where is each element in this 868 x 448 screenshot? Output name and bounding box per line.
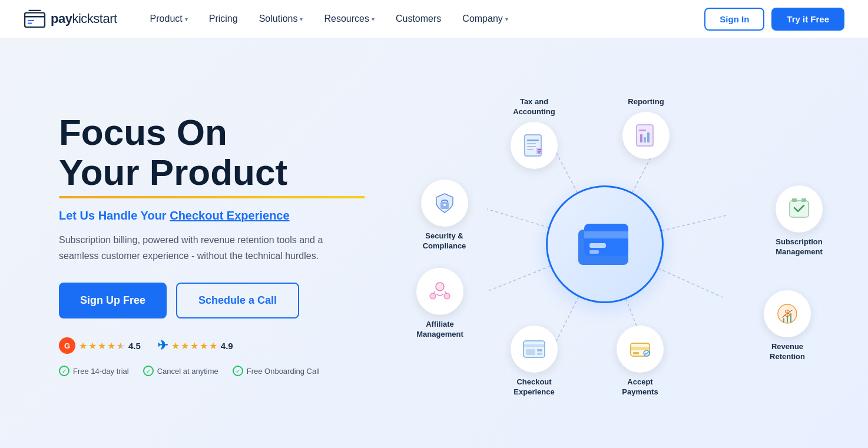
svg-rect-11 bbox=[584, 231, 628, 238]
trust-onboarding: ✓ Free Onboarding Call bbox=[233, 366, 320, 376]
svg-point-49 bbox=[443, 204, 446, 206]
trust-cancel: ✓ Cancel at anytime bbox=[143, 366, 218, 376]
check-icon: ✓ bbox=[233, 366, 243, 376]
svg-rect-30 bbox=[801, 198, 806, 202]
trust-trial: ✓ Free 14-day trial bbox=[59, 366, 129, 376]
svg-rect-22 bbox=[538, 152, 540, 154]
check-icon: ✓ bbox=[59, 366, 69, 376]
orbit-subscription: SubscriptionManagement bbox=[776, 185, 823, 257]
svg-rect-15 bbox=[527, 140, 539, 141]
g2-rating: G ★ ★ ★ ★ ★★ 4.5 bbox=[59, 337, 141, 354]
orbit-reporting: Reporting bbox=[622, 97, 670, 159]
hero-buttons: Sign Up Free Schedule a Call bbox=[59, 283, 389, 318]
g2-badge-icon: G bbox=[59, 337, 75, 354]
svg-rect-28 bbox=[790, 201, 809, 217]
try-free-button[interactable]: Try it Free bbox=[771, 8, 844, 31]
g2-score: 4.5 bbox=[128, 341, 141, 351]
revenue-icon: $ bbox=[764, 290, 811, 337]
logo-kick: kickstart bbox=[72, 11, 117, 26]
svg-rect-0 bbox=[25, 13, 45, 27]
ratings-row: G ★ ★ ★ ★ ★★ 4.5 ✈ ★ ★ ★ ★ bbox=[59, 337, 389, 354]
svg-rect-24 bbox=[639, 130, 646, 131]
hero-title: Focus On Your Product bbox=[59, 112, 389, 198]
svg-rect-16 bbox=[527, 143, 536, 144]
nav-links: Product ▾ Pricing Solutions ▾ Resources … bbox=[141, 9, 705, 29]
star-icon: ★ bbox=[181, 340, 189, 351]
nav-actions: Sign In Try it Free bbox=[704, 8, 844, 31]
reporting-label: Reporting bbox=[628, 97, 664, 107]
trust-badges: ✓ Free 14-day trial ✓ Cancel at anytime … bbox=[59, 366, 389, 376]
capterra-icon: ✈ bbox=[157, 338, 168, 353]
chevron-down-icon: ▾ bbox=[505, 16, 508, 22]
nav-item-customers[interactable]: Customers bbox=[386, 9, 450, 29]
security-label: Security &Compliance bbox=[416, 231, 472, 251]
card-icon bbox=[575, 221, 634, 268]
diagram-container: Tax andAccounting bbox=[434, 79, 776, 409]
tax-label: Tax andAccounting bbox=[513, 97, 555, 117]
capterra-stars: ★ ★ ★ ★ ★ bbox=[171, 340, 217, 351]
nav-item-product[interactable]: Product ▾ bbox=[141, 9, 197, 29]
nav-item-resources[interactable]: Resources ▾ bbox=[314, 9, 383, 29]
svg-rect-43 bbox=[537, 349, 542, 351]
orbit-checkout: CheckoutExperience bbox=[511, 326, 558, 397]
svg-rect-37 bbox=[631, 347, 650, 350]
checkout-icon bbox=[511, 326, 558, 373]
orbit-security: Security &Compliance bbox=[416, 180, 472, 251]
nav-item-company[interactable]: Company ▾ bbox=[453, 9, 517, 29]
chevron-down-icon: ▾ bbox=[300, 16, 303, 22]
svg-point-46 bbox=[430, 293, 436, 299]
capterra-score: 4.9 bbox=[221, 341, 233, 351]
svg-rect-38 bbox=[633, 352, 639, 354]
feature-diagram: Tax andAccounting bbox=[389, 74, 821, 415]
tax-icon bbox=[511, 122, 558, 169]
orbit-revenue: $ RevenueRetention bbox=[764, 290, 811, 362]
revenue-label: RevenueRetention bbox=[770, 342, 805, 362]
signin-button[interactable]: Sign In bbox=[704, 8, 764, 31]
payments-icon bbox=[617, 326, 664, 373]
nav-item-solutions[interactable]: Solutions ▾ bbox=[250, 9, 313, 29]
schedule-button[interactable]: Schedule a Call bbox=[176, 283, 299, 318]
star-icon: ★ bbox=[190, 340, 198, 351]
star-icon: ★ bbox=[79, 340, 87, 351]
svg-rect-17 bbox=[527, 146, 536, 147]
star-icon: ★ bbox=[88, 340, 97, 351]
logo[interactable]: paykickstart bbox=[24, 9, 117, 28]
svg-point-45 bbox=[436, 283, 444, 291]
payments-label: AcceptPayments bbox=[622, 377, 658, 397]
svg-point-47 bbox=[444, 293, 450, 299]
orbit-affiliate: AffiliateManagement bbox=[416, 268, 463, 340]
star-icon: ★ bbox=[107, 340, 115, 351]
orbit-tax: Tax andAccounting bbox=[511, 97, 558, 169]
hero-section: Focus On Your Product Let Us Handle Your… bbox=[0, 38, 868, 448]
svg-rect-25 bbox=[640, 134, 642, 142]
reporting-icon bbox=[622, 112, 670, 159]
chevron-down-icon: ▾ bbox=[372, 16, 375, 22]
capterra-rating: ✈ ★ ★ ★ ★ ★ 4.9 bbox=[157, 338, 233, 353]
nav-item-pricing[interactable]: Pricing bbox=[200, 9, 247, 29]
g2-stars: ★ ★ ★ ★ ★★ bbox=[79, 340, 125, 351]
svg-rect-23 bbox=[637, 125, 653, 146]
hero-subtitle: Let Us Handle Your Checkout Experience bbox=[59, 209, 389, 223]
svg-rect-26 bbox=[644, 137, 646, 142]
svg-rect-42 bbox=[526, 349, 535, 355]
star-icon: ★ bbox=[209, 340, 217, 351]
subscription-label: SubscriptionManagement bbox=[776, 237, 822, 257]
hero-description: Subscription billing, powered with reven… bbox=[59, 232, 365, 264]
security-icon bbox=[421, 180, 468, 227]
affiliate-icon bbox=[416, 268, 463, 315]
star-half-icon: ★★ bbox=[117, 340, 125, 351]
signup-button[interactable]: Sign Up Free bbox=[59, 283, 167, 318]
svg-rect-27 bbox=[647, 132, 650, 142]
svg-rect-13 bbox=[589, 250, 599, 254]
svg-rect-21 bbox=[538, 151, 541, 152]
affiliate-label: AffiliateManagement bbox=[416, 320, 463, 340]
svg-rect-29 bbox=[792, 198, 797, 202]
check-icon: ✓ bbox=[143, 366, 154, 376]
svg-rect-44 bbox=[537, 353, 542, 355]
star-icon: ★ bbox=[98, 340, 106, 351]
star-icon: ★ bbox=[171, 340, 180, 351]
navbar: paykickstart Product ▾ Pricing Solutions… bbox=[0, 0, 868, 38]
chevron-down-icon: ▾ bbox=[185, 16, 188, 22]
logo-pay: pay bbox=[51, 11, 72, 26]
svg-rect-18 bbox=[527, 149, 533, 150]
